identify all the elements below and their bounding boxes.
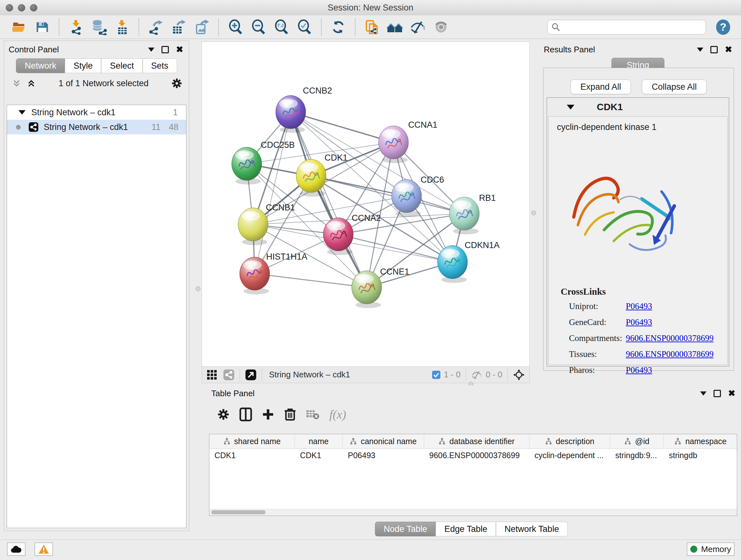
splitter-handle[interactable] bbox=[531, 210, 536, 215]
tab-style[interactable]: Style bbox=[65, 58, 101, 73]
tab-sets[interactable]: Sets bbox=[143, 58, 177, 73]
tab-network[interactable]: Network bbox=[16, 58, 65, 73]
network-graph-canvas[interactable]: CCNB2CCNA1CDC25BCDK1CDC6RB1CCNB1CCNA2CDK… bbox=[202, 42, 529, 366]
column-header-canonical-name[interactable]: canonical name bbox=[343, 434, 424, 448]
copy-style-button[interactable] bbox=[363, 18, 381, 36]
crosslink-link[interactable]: P06493 bbox=[626, 301, 652, 311]
delete-column-trash-icon[interactable] bbox=[284, 408, 296, 421]
search-box[interactable] bbox=[547, 20, 706, 35]
collapse-panel-icon[interactable] bbox=[700, 391, 706, 395]
zoom-fit-button[interactable] bbox=[273, 18, 290, 36]
network-node-CCNB1[interactable] bbox=[238, 208, 268, 241]
table-cell[interactable]: stringdb bbox=[664, 449, 737, 462]
table-cell[interactable]: 9606.ENSP00000378699 bbox=[424, 449, 529, 462]
delete-table-icon[interactable] bbox=[306, 409, 320, 420]
network-node-CCNE1[interactable] bbox=[352, 271, 382, 304]
zoom-window-button[interactable] bbox=[30, 4, 37, 11]
collapse-panel-icon[interactable] bbox=[697, 48, 703, 52]
fit-content-crosshair-icon[interactable] bbox=[513, 369, 525, 381]
open-session-button[interactable] bbox=[10, 18, 28, 36]
protein-card-header[interactable]: CDK1 bbox=[547, 98, 729, 116]
protein-expand-triangle-icon[interactable] bbox=[567, 105, 575, 110]
export-network-button[interactable] bbox=[147, 18, 165, 36]
cloud-status-button[interactable] bbox=[7, 543, 25, 556]
network-node-CDC6[interactable] bbox=[392, 179, 421, 212]
network-node-CDK1[interactable] bbox=[296, 159, 326, 192]
grid-view-icon[interactable] bbox=[206, 369, 217, 380]
memory-status-button[interactable]: Memory bbox=[687, 543, 735, 556]
show-all-button[interactable] bbox=[432, 18, 450, 36]
close-panel-icon[interactable]: ✖ bbox=[176, 45, 183, 54]
collapse-all-button[interactable]: Collapse All bbox=[642, 79, 706, 94]
minimize-window-button[interactable] bbox=[18, 4, 25, 11]
network-row-selected[interactable]: String Network – cdk1 11 48 bbox=[7, 120, 186, 134]
zoom-in-button[interactable] bbox=[226, 18, 245, 36]
tab-node-table[interactable]: Node Table bbox=[375, 522, 435, 537]
crosslink-link[interactable]: P06493 bbox=[626, 365, 652, 375]
hide-selected-button[interactable] bbox=[409, 18, 427, 36]
save-session-button[interactable] bbox=[33, 18, 51, 36]
import-network-button[interactable] bbox=[67, 18, 85, 36]
hidden-eye-slash-icon[interactable] bbox=[471, 370, 482, 380]
column-header-description[interactable]: description bbox=[529, 434, 610, 448]
function-builder-icon[interactable]: f(x) bbox=[329, 408, 346, 422]
help-button[interactable]: ? bbox=[714, 18, 732, 36]
close-window-button[interactable] bbox=[6, 4, 13, 11]
float-panel-icon[interactable] bbox=[711, 46, 718, 53]
refresh-button[interactable] bbox=[329, 18, 347, 36]
network-collection-row[interactable]: String Network – cdk1 1 bbox=[7, 105, 186, 120]
export-image-button[interactable] bbox=[193, 18, 211, 36]
warning-status-button[interactable] bbox=[35, 543, 53, 556]
expand-all-button[interactable]: Expand All bbox=[570, 79, 631, 94]
close-panel-icon[interactable]: ✖ bbox=[725, 45, 732, 54]
network-node-CDC25B[interactable] bbox=[232, 147, 262, 180]
close-panel-icon[interactable]: ✖ bbox=[728, 389, 735, 398]
collection-expand-triangle-icon[interactable] bbox=[18, 110, 25, 115]
import-table-button[interactable] bbox=[113, 18, 131, 36]
crosslink-link[interactable]: 9606.ENSP00000378699 bbox=[626, 349, 714, 359]
network-node-HIST1H1A[interactable] bbox=[240, 257, 270, 290]
network-node-RB1[interactable] bbox=[449, 197, 479, 230]
column-header-database-identifier[interactable]: database identifier bbox=[424, 434, 529, 448]
table-cell[interactable]: cyclin-dependent ... bbox=[529, 449, 610, 462]
network-node-CCNB2[interactable] bbox=[276, 96, 306, 129]
column-header-namespace[interactable]: namespace bbox=[664, 434, 737, 448]
column-header-shared-name[interactable]: shared name bbox=[209, 434, 295, 448]
network-node-CDKN1A[interactable] bbox=[437, 246, 468, 279]
tab-network-table[interactable]: Network Table bbox=[496, 522, 568, 537]
node-table[interactable]: shared namenamecanonical namedatabase id… bbox=[209, 434, 737, 516]
float-panel-icon[interactable] bbox=[714, 390, 721, 397]
table-row[interactable]: CDK1CDK1P064939606.ENSP00000378699cyclin… bbox=[209, 449, 737, 462]
tab-edge-table[interactable]: Edge Table bbox=[435, 522, 496, 537]
float-panel-icon[interactable] bbox=[161, 46, 169, 53]
column-header--id[interactable]: @id bbox=[610, 434, 664, 448]
expand-all-networks-icon[interactable] bbox=[12, 78, 21, 88]
crosslink-link[interactable]: 9606.ENSP00000378699 bbox=[626, 333, 714, 343]
table-cell[interactable]: P06493 bbox=[343, 449, 424, 462]
table-cell[interactable]: CDK1 bbox=[209, 449, 295, 462]
tab-select[interactable]: Select bbox=[101, 58, 142, 73]
add-column-icon[interactable] bbox=[262, 408, 274, 421]
show-columns-icon[interactable] bbox=[239, 408, 252, 422]
zoom-out-button[interactable] bbox=[250, 18, 267, 36]
import-network-from-database-button[interactable] bbox=[90, 18, 108, 36]
network-options-gear-icon[interactable] bbox=[171, 78, 183, 89]
crosslink-link[interactable]: P06493 bbox=[626, 317, 652, 327]
scrollbar-thumb[interactable] bbox=[211, 510, 266, 514]
network-node-CCNA1[interactable] bbox=[379, 126, 408, 159]
zoom-selected-button[interactable] bbox=[295, 18, 313, 36]
splitter-handle[interactable] bbox=[196, 287, 200, 291]
table-options-gear-icon[interactable] bbox=[217, 408, 230, 421]
column-header-name[interactable]: name bbox=[295, 434, 343, 448]
horizontal-scrollbar[interactable] bbox=[209, 509, 737, 516]
table-cell[interactable]: CDK1 bbox=[295, 449, 343, 462]
export-table-button[interactable] bbox=[170, 18, 188, 36]
table-cell[interactable]: stringdb:9... bbox=[610, 449, 664, 462]
open-in-window-icon[interactable] bbox=[245, 369, 257, 381]
collapse-panel-icon[interactable] bbox=[148, 48, 154, 52]
network-node-CCNA2[interactable] bbox=[323, 218, 353, 251]
network-birds-eye-icon[interactable] bbox=[223, 369, 234, 381]
search-input[interactable] bbox=[560, 22, 702, 32]
selected-checkbox-icon[interactable] bbox=[432, 370, 441, 379]
first-neighbors-button[interactable] bbox=[386, 18, 404, 36]
